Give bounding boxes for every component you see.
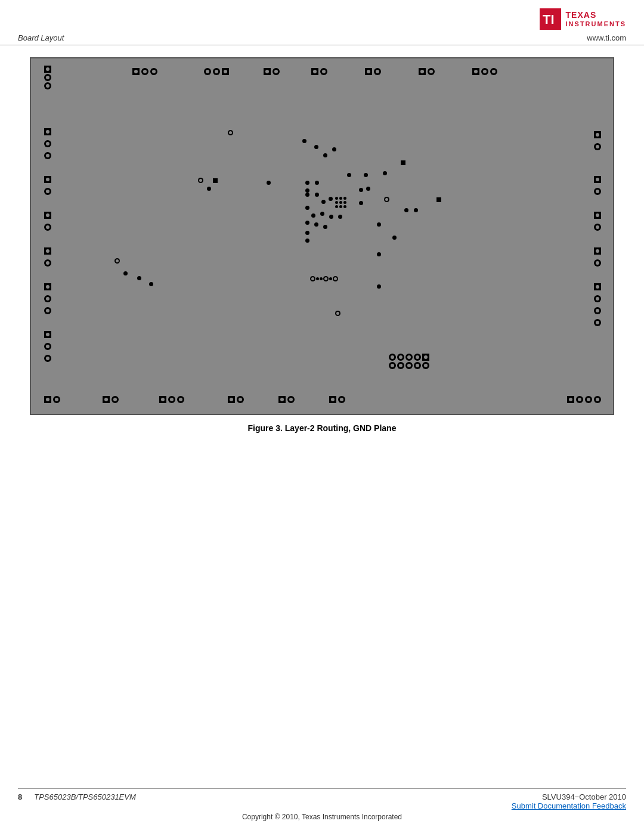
comp-int6 [401,157,405,168]
comp-l6 [44,330,51,364]
ti-instruments-label: INSTRUMENTS [566,20,626,27]
comp-int20 [320,208,324,218]
comp-int11 [315,176,319,187]
footer-left: 8 TPS65023B/TPS650231EVM [18,792,136,801]
comp-bot2 [103,396,119,403]
main-content: Figure 3. Layer-2 Routing, GND Plane [0,51,644,445]
comp-scat6 [364,169,368,179]
footer-content: 8 TPS65023B/TPS650231EVM SLVU394−October… [18,788,626,810]
comp-top2 [204,68,229,75]
comp-l3 [44,210,51,233]
comp-tl1 [44,66,51,89]
svg-text:TI: TI [543,12,555,27]
comp-scat8 [404,204,408,215]
ti-logo: TI TEXAS INSTRUMENTS [540,8,626,30]
comp-scat9 [414,204,418,215]
comp-l2 [44,175,51,197]
comp-top5 [365,68,381,75]
comp-bot-r [567,396,601,403]
comp-l1 [44,127,51,162]
footer-right: SLVU394−October 2010 Submit Documentatio… [512,792,626,810]
comp-bot3 [159,396,184,403]
comp-int31 [335,308,340,318]
comp-int4 [323,149,327,160]
comp-int5 [332,143,336,154]
comp-scat7 [383,167,387,178]
comp-int9 [267,176,271,187]
comp-int29 [377,248,381,259]
comp-scat2 [123,267,128,278]
section-header: Board Layout www.ti.com [0,30,644,45]
comp-r2 [594,210,601,233]
pcb-diagram [30,57,614,415]
comp-int2 [302,135,306,145]
comp-int3 [314,141,318,151]
comp-r4 [594,282,601,329]
comp-int16 [359,184,363,194]
comp-scat13 [315,188,319,199]
comp-bot4 [228,396,244,403]
comp-scat4 [149,278,153,289]
ti-emblem-icon: TI [540,8,561,30]
comp-scat14 [321,196,326,206]
comp-int23 [305,216,309,227]
comp-top3 [264,68,280,75]
comp-int13 [359,197,363,208]
ti-texas-label: TEXAS [566,11,626,20]
comp-top6 [419,68,435,75]
comp-scat12 [305,188,309,199]
comp-int17 [366,182,370,193]
page-footer: 8 TPS65023B/TPS650231EVM SLVU394−October… [0,788,644,821]
comp-top4 [311,68,327,75]
document-name: TPS65023B/TPS650231EVM [34,792,136,801]
comp-int28 [305,234,309,245]
ti-logo-text: TEXAS INSTRUMENTS [566,11,626,27]
page-header-logo: TI TEXAS INSTRUMENTS [0,0,644,30]
comp-top1 [132,68,157,75]
comp-bot-mid [389,354,429,369]
comp-r3 [594,246,601,269]
comp-scat5 [347,169,351,179]
page-number: 8 [18,792,22,801]
comp-tr1 [594,130,601,153]
comp-int14 [384,194,389,205]
comp-r1 [594,175,601,197]
comp-ic-grid [335,197,346,208]
comp-int1 [228,127,233,138]
website-label: www.ti.com [587,33,626,42]
comp-bot6 [329,396,345,403]
comp-int24 [314,218,318,229]
comp-int21 [329,210,333,221]
comp-bot5 [278,396,295,403]
copyright-notice: Copyright © 2010, Texas Instruments Inco… [18,813,626,821]
comp-scat15 [329,193,333,203]
comp-row1 [310,276,338,281]
doc-id: SLVU394−October 2010 [512,792,626,801]
comp-int22 [338,210,342,221]
comp-scat3 [137,272,141,283]
comp-scat1 [114,255,120,266]
comp-scat10 [377,218,381,229]
comp-l5 [44,282,51,317]
comp-int7 [198,175,203,185]
comp-l4 [44,246,51,269]
figure-caption: Figure 3. Layer-2 Routing, GND Plane [18,423,626,433]
comp-int18 [305,202,309,212]
comp-int26 [392,231,397,242]
comp-top7 [472,68,497,75]
comp-int25 [323,221,327,231]
comp-scat11 [213,175,218,185]
feedback-link[interactable]: Submit Documentation Feedback [512,801,626,810]
comp-int30 [377,280,381,291]
section-title: Board Layout [18,33,64,42]
comp-int15 [436,194,441,205]
comp-bot1 [44,396,60,403]
comp-int8 [207,182,211,193]
